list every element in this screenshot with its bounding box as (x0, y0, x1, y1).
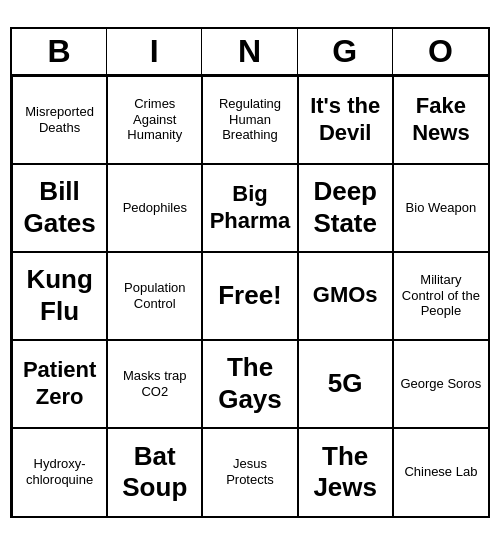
bingo-grid: Misreported DeathsCrimes Against Humanit… (12, 76, 488, 516)
bingo-cell: The Gays (202, 340, 297, 428)
bingo-cell: Bat Soup (107, 428, 202, 516)
bingo-cell: Patient Zero (12, 340, 107, 428)
bingo-cell: Chinese Lab (393, 428, 488, 516)
bingo-cell: Fake News (393, 76, 488, 164)
bingo-cell: Military Control of the People (393, 252, 488, 340)
bingo-cell: Free! (202, 252, 297, 340)
bingo-cell: Hydroxy-chloroquine (12, 428, 107, 516)
bingo-cell: George Soros (393, 340, 488, 428)
bingo-cell: The Jews (298, 428, 393, 516)
header-letter: G (298, 29, 393, 74)
bingo-cell: Big Pharma (202, 164, 297, 252)
header-letter: B (12, 29, 107, 74)
bingo-cell: Regulating Human Breathing (202, 76, 297, 164)
bingo-card: BINGO Misreported DeathsCrimes Against H… (10, 27, 490, 518)
header-letter: O (393, 29, 488, 74)
bingo-cell: Crimes Against Humanity (107, 76, 202, 164)
bingo-cell: Pedophiles (107, 164, 202, 252)
bingo-cell: Bio Weapon (393, 164, 488, 252)
bingo-cell: Masks trap CO2 (107, 340, 202, 428)
bingo-cell: It's the Devil (298, 76, 393, 164)
bingo-cell: Jesus Protects (202, 428, 297, 516)
header-letter: I (107, 29, 202, 74)
bingo-cell: Deep State (298, 164, 393, 252)
bingo-cell: Population Control (107, 252, 202, 340)
header-letter: N (202, 29, 297, 74)
bingo-header: BINGO (12, 29, 488, 76)
bingo-cell: GMOs (298, 252, 393, 340)
bingo-cell: Bill Gates (12, 164, 107, 252)
bingo-cell: Misreported Deaths (12, 76, 107, 164)
bingo-cell: Kung Flu (12, 252, 107, 340)
bingo-cell: 5G (298, 340, 393, 428)
